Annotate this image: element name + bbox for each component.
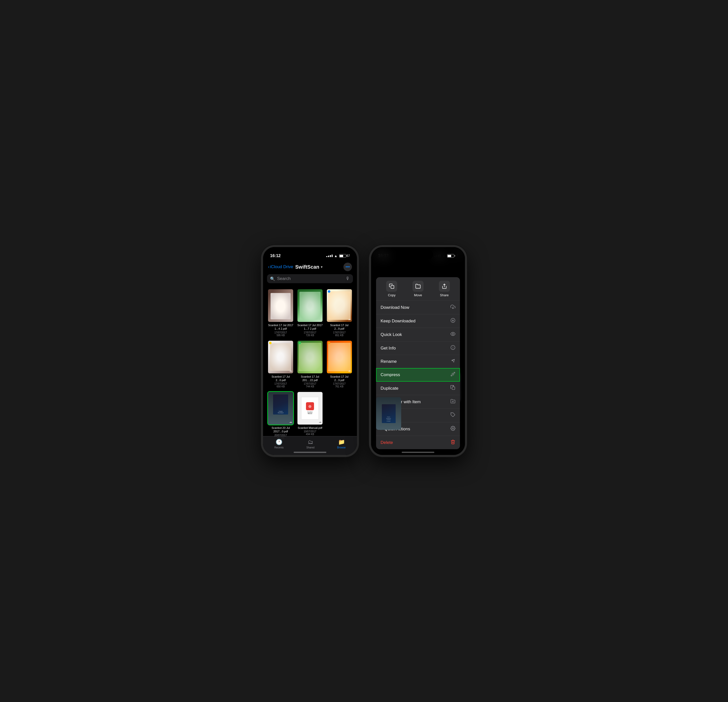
file-name: Scanbot 17 Jul 201....22.pdf [296, 375, 324, 382]
quick-look-item[interactable]: Quick Look [376, 328, 460, 342]
duplicate-label: Duplicate [381, 386, 399, 391]
phone-right: 16:12 ▲ 57 [369, 245, 467, 457]
home-indicator-right [402, 452, 434, 453]
list-item[interactable]: GastonBachelard ☁ Scanbot 20 Jul 2017...… [266, 390, 295, 441]
file-name: Scanbot 17 Jul 2...3.pdf [326, 375, 353, 382]
delete-label: Delete [381, 440, 393, 445]
list-item[interactable]: ☁ Scanbot 17 Jul 2...9.pdf 17/07/2017 65… [325, 287, 354, 339]
svg-point-17 [452, 428, 454, 429]
file-name: Scanbot Manual.pdf [298, 426, 322, 430]
list-item[interactable]: Scanbot 17 Jul 2017 1...7 2.pdf 17/07/20… [295, 287, 325, 339]
file-thumbnail [298, 341, 322, 373]
tags-right [451, 412, 455, 418]
download-now-label: Download Now [381, 305, 409, 310]
tab-shared[interactable]: 🗂 Shared [306, 439, 315, 449]
browse-icon: 📁 [338, 439, 345, 445]
tab-label-recents: Recents [274, 446, 284, 449]
nav-chevron-icon: ▾ [321, 265, 322, 269]
tab-recents[interactable]: 🕐 Recents [274, 439, 284, 449]
search-input[interactable]: Search [277, 276, 344, 281]
download-now-item[interactable]: Download Now [376, 301, 460, 314]
list-item[interactable]: ☁ Scanbot 17 Jul 2...3.pdf 17/07/2017 76… [325, 339, 354, 390]
trash-icon [451, 440, 455, 445]
dot-indicator [328, 290, 330, 293]
pencil-icon [451, 359, 455, 364]
file-size: 651 KB [335, 334, 344, 337]
cloud-icon: ☁ [348, 317, 351, 321]
file-date: 10/07/2017 [304, 430, 316, 433]
share-icon [439, 281, 450, 292]
file-thumbnail: ⊕ ScanbotManual ☁ [298, 392, 322, 425]
cloud-icon: ☁ [348, 369, 351, 372]
recents-icon: 🕐 [276, 439, 282, 445]
file-date: 17/07/2017 [304, 331, 316, 334]
file-thumbnail [268, 289, 293, 322]
tab-label-shared: Shared [306, 446, 315, 449]
duplicate-item[interactable]: Duplicate [376, 382, 460, 395]
file-date: 17/07/2017 [333, 382, 346, 385]
ellipsis-icon: ••• [346, 265, 350, 269]
quick-actions-right [451, 426, 455, 432]
nav-title-group: SwiftScan ▾ [295, 264, 341, 270]
list-item[interactable]: ⊕ ScanbotManual ☁ Scanbot Manual.pdf 10/… [295, 390, 325, 441]
keep-downloaded-item[interactable]: Keep Downloaded [376, 314, 460, 328]
get-info-label: Get Info [381, 346, 396, 351]
file-name: Scanbot 17 Jul 2...0.pdf [267, 375, 295, 382]
dot-indicator [269, 342, 272, 344]
gear-icon [451, 426, 455, 432]
file-thumbnail: ☁ [327, 289, 352, 322]
file-date: 17/07/2017 [304, 382, 316, 385]
preview-thumbnail: GastonBachelardLa Poétiquede l'Espace [376, 397, 401, 430]
list-item[interactable]: ☁ Scanbot 17 Jul 2...0.pdf 17/07/2017 65… [266, 339, 295, 390]
file-thumbnail-selected: GastonBachelard ☁ [268, 392, 293, 425]
file-thumbnail: ☁ [268, 341, 293, 373]
copy-button[interactable]: Copy [378, 281, 405, 297]
quick-look-label: Quick Look [381, 332, 402, 337]
copy-icon [386, 281, 397, 292]
delete-item[interactable]: Delete [376, 436, 460, 449]
file-thumbnail: ☁ [327, 341, 352, 373]
eye-icon [451, 332, 455, 338]
phone-left: 16:12 ▲ 57 [261, 245, 359, 457]
file-size: 726 KB [306, 334, 314, 337]
move-button[interactable]: Move [405, 281, 431, 297]
shared-icon: 🗂 [308, 439, 313, 445]
microphone-icon[interactable]: 🎙 [346, 276, 350, 281]
keep-downloaded-label: Keep Downloaded [381, 319, 416, 324]
file-name: Scanbot 17 Jul 2...9.pdf [326, 323, 353, 331]
list-item[interactable]: Scanbot 17 Jul 2017 1...4 2.pdf 17/07/20… [266, 287, 295, 339]
file-name: Scanbot 17 Jul 2017 1...7 2.pdf [296, 323, 324, 331]
file-size: 761 KB [335, 385, 344, 388]
nav-bar-left: ‹ iCloud Drive SwiftScan ▾ ••• [263, 261, 357, 272]
dynamic-island [295, 250, 325, 259]
rename-item[interactable]: Rename [376, 355, 460, 368]
tab-browse[interactable]: 📁 Browse [337, 439, 345, 449]
battery-indicator-left: 57 [339, 254, 350, 258]
folder-plus-icon [451, 399, 455, 405]
dot-indicator [328, 342, 330, 344]
file-date: 17/07/2017 [274, 331, 287, 334]
cloud-icon: ☁ [289, 420, 292, 424]
back-chevron-icon: ‹ [268, 264, 270, 270]
file-size: 595 KB [277, 334, 285, 337]
rename-label: Rename [381, 359, 397, 364]
compress-label: Compress [381, 372, 400, 378]
search-bar[interactable]: 🔍 Search 🎙 [267, 274, 353, 283]
file-size: 744 KB [306, 385, 314, 388]
get-info-right [451, 345, 455, 351]
back-button[interactable]: ‹ iCloud Drive [268, 264, 293, 270]
share-button[interactable]: Share [431, 281, 458, 297]
wifi-icon: ▲ [334, 254, 338, 258]
move-label: Move [414, 293, 422, 297]
list-item[interactable]: Scanbot 17 Jul 201....22.pdf 17/07/2017 … [295, 339, 325, 390]
more-options-button[interactable]: ••• [344, 262, 352, 271]
move-icon [413, 281, 423, 292]
file-name: Scanbot 17 Jul 2017 1...4 2.pdf [267, 323, 295, 331]
signal-icon [326, 255, 332, 257]
status-time-left: 16:12 [270, 253, 280, 258]
get-info-item[interactable]: Get Info [376, 342, 460, 355]
compress-item[interactable]: Compress [376, 368, 460, 382]
nav-title: SwiftScan [295, 264, 319, 270]
file-date: 17/07/2017 [274, 382, 287, 385]
dynamic-island-right [403, 250, 433, 259]
